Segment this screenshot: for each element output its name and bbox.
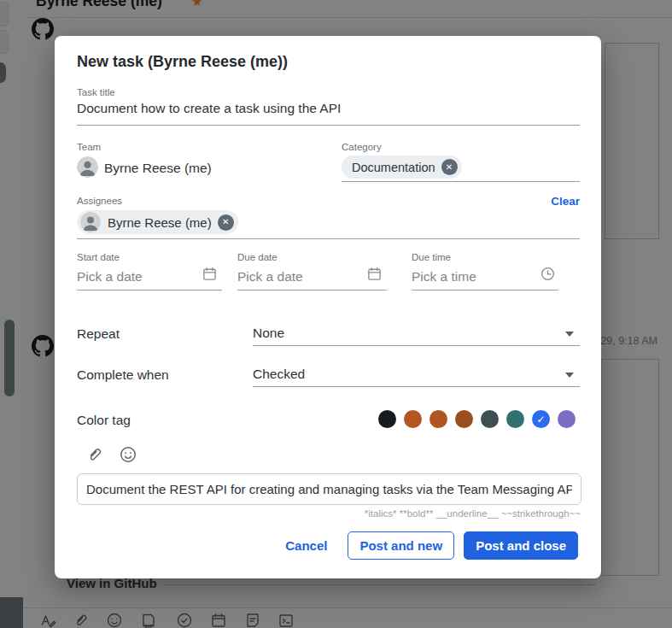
clock-icon[interactable] bbox=[540, 266, 556, 282]
chevron-down-icon[interactable] bbox=[565, 332, 574, 337]
due-date-field[interactable]: Pick a date bbox=[237, 269, 303, 285]
color-swatch-5[interactable] bbox=[481, 410, 499, 428]
dialog-actions: Cancel Post and new Post and close bbox=[285, 531, 578, 560]
remove-category-icon[interactable]: ✕ bbox=[441, 159, 458, 175]
color-tag-label: Color tag bbox=[77, 413, 131, 428]
task-title-input[interactable] bbox=[77, 101, 579, 116]
color-swatch-4[interactable] bbox=[455, 410, 473, 428]
category-chip-label: Documentation bbox=[352, 161, 435, 174]
markdown-hint: *italics* **bold** __underline__ ~~strik… bbox=[365, 508, 581, 519]
task-title-label: Task title bbox=[77, 87, 115, 97]
task-title-underline bbox=[77, 125, 580, 126]
color-swatch-6[interactable] bbox=[506, 410, 524, 428]
due-time-underline bbox=[412, 290, 558, 291]
assignees-label: Assignees bbox=[77, 196, 122, 206]
color-swatch-2[interactable] bbox=[404, 410, 422, 428]
repeat-select-value[interactable]: None bbox=[253, 326, 284, 341]
category-underline bbox=[342, 181, 580, 182]
clear-assignees-link[interactable]: Clear bbox=[551, 195, 580, 208]
repeat-label: Repeat bbox=[77, 326, 120, 342]
team-label: Team bbox=[77, 142, 101, 152]
team-avatar bbox=[77, 156, 98, 178]
selected-check-icon: ✓ bbox=[536, 414, 545, 425]
description-input[interactable] bbox=[77, 473, 581, 505]
complete-when-select-value[interactable]: Checked bbox=[253, 367, 305, 382]
color-swatch-3[interactable] bbox=[429, 410, 447, 428]
repeat-underline bbox=[253, 345, 580, 346]
color-swatch-7[interactable]: ✓ bbox=[532, 410, 550, 428]
attach-file-icon[interactable] bbox=[85, 445, 104, 464]
due-time-label: Due time bbox=[412, 252, 451, 262]
start-date-label: Start date bbox=[77, 252, 120, 262]
color-swatch-8[interactable] bbox=[558, 410, 576, 428]
assignee-avatar bbox=[80, 212, 101, 232]
start-date-underline bbox=[77, 290, 222, 291]
emoji-icon[interactable] bbox=[119, 445, 137, 464]
category-chip[interactable]: Documentation ✕ bbox=[342, 156, 462, 179]
new-task-dialog: New task (Byrne Reese (me)) Task title T… bbox=[55, 36, 601, 578]
assignees-underline bbox=[77, 238, 580, 239]
team-name[interactable]: Byrne Reese (me) bbox=[104, 161, 212, 176]
color-tag-swatches: ✓ bbox=[378, 410, 576, 428]
assignee-chip-label: Byrne Reese (me) bbox=[108, 215, 212, 230]
color-swatch-1[interactable] bbox=[378, 410, 396, 428]
calendar-icon[interactable] bbox=[366, 266, 383, 282]
dialog-title: New task (Byrne Reese (me)) bbox=[77, 53, 288, 71]
due-date-label: Due date bbox=[237, 252, 278, 262]
complete-when-label: Complete when bbox=[77, 367, 169, 383]
start-date-field[interactable]: Pick a date bbox=[77, 269, 143, 285]
chevron-down-icon[interactable] bbox=[565, 373, 574, 378]
remove-assignee-icon[interactable]: ✕ bbox=[218, 214, 234, 231]
assignee-chip[interactable]: Byrne Reese (me) ✕ bbox=[77, 210, 238, 234]
post-and-close-button[interactable]: Post and close bbox=[464, 531, 578, 560]
category-label: Category bbox=[342, 142, 382, 152]
cancel-button[interactable]: Cancel bbox=[285, 531, 327, 560]
post-and-new-button[interactable]: Post and new bbox=[348, 531, 454, 560]
calendar-icon[interactable] bbox=[202, 266, 218, 282]
due-date-underline bbox=[237, 290, 387, 291]
due-time-field[interactable]: Pick a time bbox=[412, 269, 476, 285]
complete-when-underline bbox=[253, 386, 580, 387]
